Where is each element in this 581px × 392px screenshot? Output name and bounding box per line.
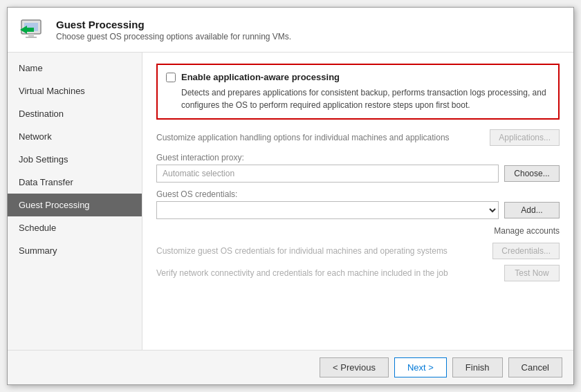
guest-os-creds-row: Add... (156, 201, 560, 219)
guest-proxy-input[interactable] (156, 165, 499, 183)
credentials-button[interactable]: Credentials... (492, 243, 560, 259)
sidebar-item-job-settings[interactable]: Job Settings (8, 148, 142, 171)
sidebar-item-guest-processing[interactable]: Guest Processing (8, 194, 142, 216)
enable-checkbox[interactable] (166, 73, 176, 82)
guest-proxy-row: Choose... (156, 165, 560, 183)
applications-button[interactable]: Applications... (490, 129, 560, 146)
sidebar-item-schedule[interactable]: Schedule (8, 216, 142, 239)
svg-rect-2 (28, 34, 34, 37)
sidebar-item-virtual-machines[interactable]: Virtual Machines (8, 80, 142, 102)
guest-proxy-label: Guest interaction proxy: (156, 153, 560, 162)
sidebar-item-data-transfer[interactable]: Data Transfer (8, 171, 142, 194)
enable-desc: Detects and prepares applications for co… (181, 86, 550, 111)
enable-checkbox-row: Enable application-aware processing (166, 72, 550, 82)
choose-button[interactable]: Choose... (504, 165, 560, 182)
previous-button[interactable]: < Previous (320, 357, 389, 377)
add-button[interactable]: Add... (504, 202, 560, 218)
guest-os-creds-label: Guest OS credentials: (156, 189, 560, 199)
main-content: Enable application-aware processing Dete… (142, 53, 573, 350)
sidebar: Name Virtual Machines Destination Networ… (8, 53, 142, 350)
enable-checkbox-label: Enable application-aware processing (181, 72, 340, 82)
customize-row: Customize application handling options f… (156, 129, 560, 146)
dialog-title: Guest Processing (56, 19, 291, 30)
next-button[interactable]: Next > (394, 357, 447, 377)
sidebar-item-network[interactable]: Network (8, 125, 142, 148)
verify-network-row: Verify network connectivity and credenti… (156, 265, 560, 281)
manage-accounts-link[interactable]: Manage accounts (156, 226, 560, 236)
svg-rect-3 (26, 37, 37, 38)
verify-label: Verify network connectivity and credenti… (156, 268, 448, 278)
guest-os-creds-select[interactable] (156, 201, 499, 219)
guest-os-creds-group: Guest OS credentials: Add... (156, 189, 560, 219)
sidebar-item-summary[interactable]: Summary (8, 239, 142, 262)
guest-proxy-group: Guest interaction proxy: Choose... (156, 153, 560, 183)
customize-creds-label: Customize guest OS credentials for indiv… (156, 246, 448, 256)
dialog-footer: < Previous Next > Finish Cancel (8, 350, 573, 384)
dialog-body: Name Virtual Machines Destination Networ… (8, 53, 573, 350)
dialog-subtitle: Choose guest OS processing options avail… (56, 32, 291, 41)
test-now-button[interactable]: Test Now (504, 265, 560, 281)
enable-processing-box: Enable application-aware processing Dete… (156, 64, 560, 120)
cancel-button[interactable]: Cancel (508, 357, 562, 377)
finish-button[interactable]: Finish (452, 357, 503, 377)
dialog-header: Guest Processing Choose guest OS process… (8, 8, 573, 53)
sidebar-item-destination[interactable]: Destination (8, 102, 142, 125)
dialog-header-text: Guest Processing Choose guest OS process… (56, 19, 291, 41)
sidebar-item-name[interactable]: Name (8, 57, 142, 80)
dialog-icon (19, 16, 46, 44)
customize-creds-row: Customize guest OS credentials for indiv… (156, 243, 560, 259)
customize-label: Customize application handling options f… (156, 133, 450, 142)
main-dialog: Guest Processing Choose guest OS process… (7, 7, 574, 385)
